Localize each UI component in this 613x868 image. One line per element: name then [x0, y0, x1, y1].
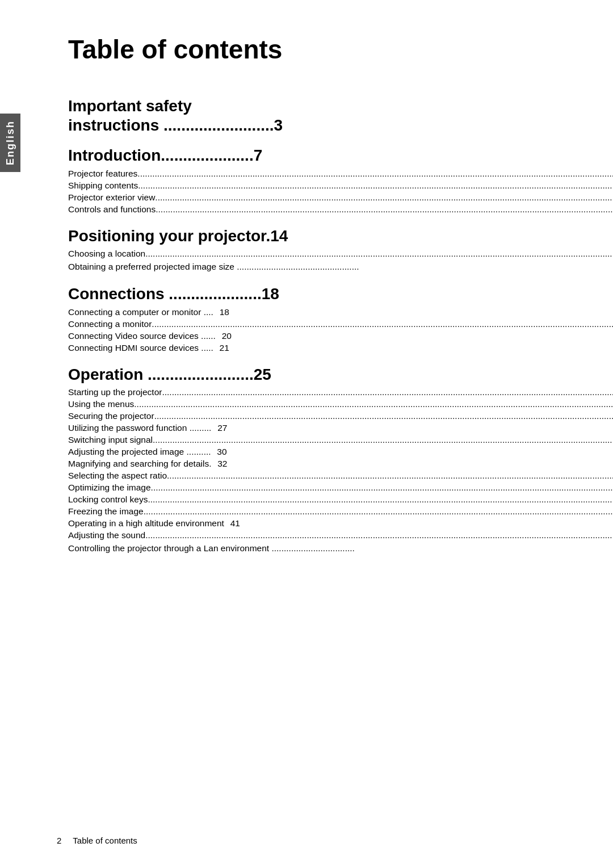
page-num: 30	[211, 447, 227, 457]
entry-title: Freezing the image	[68, 506, 144, 517]
toc-freezing-image: Freezing the image .....................…	[68, 506, 613, 517]
entry-title: Controls and functions	[68, 204, 156, 215]
two-column-layout: Important safetyinstructions ...........…	[68, 85, 568, 563]
side-tab: English	[0, 114, 20, 172]
leader-dots: ........................................…	[145, 249, 613, 259]
toc-high-altitude: Operating in a high altitude environment…	[68, 518, 613, 529]
page-num: 32	[211, 459, 227, 469]
leader-dots: ........................................…	[145, 530, 613, 541]
leader-dots: ........................................…	[156, 204, 613, 215]
entry-title: Projector features	[68, 169, 137, 179]
leader-dots: ........................................…	[152, 319, 613, 330]
toc-password-function: Utilizing the password function ........…	[68, 423, 613, 434]
leader-dots: ........................................…	[138, 181, 613, 191]
entry-title: Connecting a computer or monitor ....	[68, 307, 213, 317]
section-dots-connections: .....................	[169, 285, 261, 303]
toc-connecting-computer: Connecting a computer or monitor .... ..…	[68, 307, 613, 318]
entry-title: Selecting the aspect ratio	[68, 471, 167, 481]
section-positioning: Positioning your projector.14 Choosing a…	[68, 227, 613, 273]
leader-dots: ........................................…	[151, 483, 613, 493]
toc-adjusting-sound: Adjusting the sound ....................…	[68, 530, 613, 541]
section-heading-safety: Important safetyinstructions ...........…	[68, 97, 613, 135]
page-num: 27	[211, 423, 227, 433]
entry-title: Obtaining a preferred projected image si…	[68, 261, 613, 273]
page-num: 21	[213, 343, 229, 353]
entry-title: Adjusting the projected image ..........	[68, 447, 211, 457]
entry-title: Adjusting the sound	[68, 530, 145, 540]
section-page-positioning: 14	[270, 227, 288, 245]
section-title-connections: Connections	[68, 285, 169, 303]
leader-dots: ........................................…	[144, 506, 613, 517]
entry-title: Operating in a high altitude environment	[68, 518, 224, 529]
toc-projected-image-size: Obtaining a preferred projected image si…	[68, 261, 613, 273]
toc-lan-environment: Controlling the projector through a Lan …	[68, 542, 613, 555]
toc-connecting-video: Connecting Video source devices ...... .…	[68, 331, 613, 342]
section-heading-positioning: Positioning your projector.14	[68, 227, 613, 246]
toc-controls-functions: Controls and functions .................…	[68, 204, 613, 215]
footer: 2 Table of contents	[57, 836, 137, 845]
toc-switching-input: Switching input signal .................…	[68, 435, 613, 446]
leader-dots: ........................................…	[153, 435, 613, 446]
section-heading-introduction: Introduction.....................7	[68, 146, 613, 165]
leader-dots: ........................................…	[134, 399, 613, 410]
section-safety: Important safetyinstructions ...........…	[68, 97, 613, 135]
page-title: Table of contents	[68, 34, 568, 65]
section-connections: Connections .....................18 Conn…	[68, 284, 613, 354]
toc-projector-exterior-view: Projector exterior view ................…	[68, 192, 613, 203]
toc-starting-up: Starting up the projector ..............…	[68, 387, 613, 398]
page-num: 41	[224, 518, 240, 529]
page-container: English Table of contents Important safe…	[0, 0, 613, 868]
entry-title: Controlling the projector through a Lan …	[68, 542, 613, 555]
entry-title: Choosing a location	[68, 249, 145, 259]
toc-securing-projector: Securing the projector .................…	[68, 411, 613, 422]
toc-magnifying: Magnifying and searching for details. ..…	[68, 459, 613, 469]
footer-label: Table of contents	[73, 836, 137, 845]
section-dots-introduction: .....................	[161, 146, 253, 164]
section-heading-connections: Connections .....................18	[68, 284, 613, 304]
section-dots-operation: ........................	[148, 366, 254, 383]
entry-title: Connecting a monitor	[68, 319, 152, 329]
leader-dots: ........................................…	[162, 387, 613, 398]
toc-connecting-hdmi: Connecting HDMI source devices ..... ...…	[68, 343, 613, 354]
section-title-positioning: Positioning your projector.	[68, 227, 270, 245]
page-num: 20	[216, 331, 232, 341]
section-heading-operation: Operation ........................25	[68, 365, 613, 384]
toc-adjusting-projected: Adjusting the projected image ..........…	[68, 447, 613, 458]
toc-shipping-contents: Shipping contents ......................…	[68, 181, 613, 191]
toc-locking-keys: Locking control keys ...................…	[68, 494, 613, 505]
section-page-operation: 25	[254, 366, 271, 383]
section-page-connections: 18	[262, 285, 279, 303]
toc-connecting-monitor: Connecting a monitor ...................…	[68, 319, 613, 330]
leader-dots: ........................................…	[154, 411, 613, 422]
entry-title: Using the menus	[68, 399, 134, 409]
page-num: 18	[213, 307, 229, 317]
leader-dots: ........................................…	[148, 494, 613, 505]
entry-title: Connecting HDMI source devices .....	[68, 343, 213, 353]
entry-title: Switching input signal	[68, 435, 153, 445]
leader-dots: ........................................…	[167, 471, 613, 481]
footer-page-number: 2	[57, 836, 61, 845]
entry-title: Securing the projector	[68, 411, 154, 421]
leader-dots: ........................................…	[137, 169, 613, 179]
toc-using-menus: Using the menus ........................…	[68, 399, 613, 410]
entry-title: Shipping contents	[68, 181, 138, 191]
entry-title: Locking control keys	[68, 494, 148, 505]
toc-aspect-ratio: Selecting the aspect ratio .............…	[68, 471, 613, 481]
toc-projector-features: Projector features .....................…	[68, 169, 613, 179]
section-title-operation: Operation	[68, 366, 148, 383]
section-title-introduction: Introduction	[68, 146, 161, 164]
toc-choosing-location: Choosing a location ....................…	[68, 249, 613, 259]
section-introduction: Introduction.....................7 Proje…	[68, 146, 613, 215]
entry-title: Utilizing the password function ........…	[68, 423, 211, 433]
leader-dots: ........................................…	[155, 192, 613, 203]
entry-title: Projector exterior view	[68, 192, 155, 203]
section-operation: Operation ........................25 Sta…	[68, 365, 613, 555]
entry-title: Starting up the projector	[68, 387, 162, 397]
toc-optimizing-image: Optimizing the image ...................…	[68, 483, 613, 493]
entry-title: Connecting Video source devices ......	[68, 331, 216, 341]
section-page-introduction: 7	[254, 146, 263, 164]
entry-title: Optimizing the image	[68, 483, 151, 493]
left-column: Important safetyinstructions ...........…	[68, 85, 613, 563]
entry-title: Magnifying and searching for details.	[68, 459, 211, 469]
section-dots-safety: .........................	[163, 116, 274, 134]
